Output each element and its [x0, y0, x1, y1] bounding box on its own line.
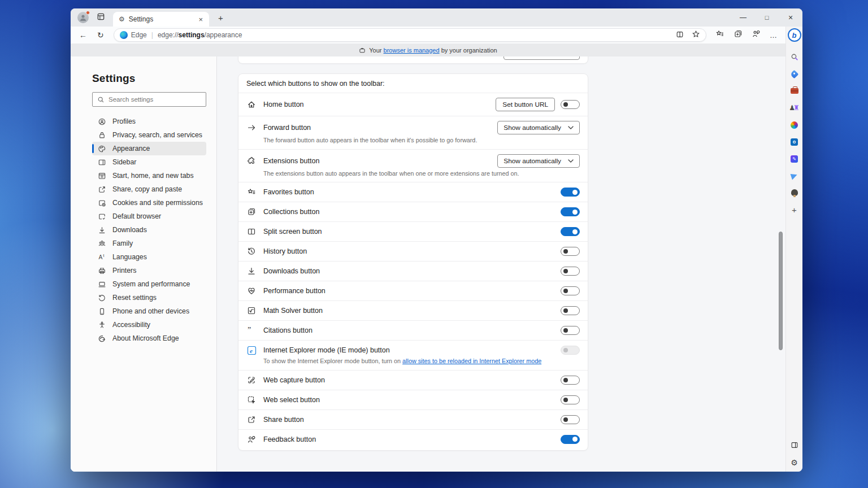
edge-logo-icon — [98, 334, 106, 343]
share-button-toggle[interactable] — [561, 415, 580, 424]
split-screen-button-row: Split screen button — [238, 221, 588, 241]
workspaces-icon[interactable] — [97, 12, 105, 23]
set-button-url-button[interactable]: Set button URL — [496, 98, 555, 111]
download-icon — [98, 226, 106, 234]
collections-button-toggle[interactable] — [561, 207, 580, 216]
add-favorite-star-icon[interactable] — [692, 30, 700, 40]
app-icon[interactable] — [786, 184, 802, 201]
sidenav-item-share-copy[interactable]: Share, copy and paste — [92, 182, 206, 196]
split-screen-icon[interactable] — [676, 30, 684, 40]
performance-button-toggle[interactable] — [561, 286, 580, 295]
games-icon[interactable]: ♟♜ — [786, 99, 802, 116]
sidenav-item-cookies[interactable]: Cookies and site permissions — [92, 196, 206, 210]
sidenav-item-appearance[interactable]: Appearance — [92, 142, 206, 155]
sidenav-item-languages[interactable]: At Languages — [92, 250, 206, 264]
sidebar-toggle-icon[interactable] — [791, 441, 798, 451]
browser-toolbar: ← ↻ Edge | edge://settings/appearance — [71, 27, 785, 43]
maximize-button[interactable]: □ — [755, 14, 779, 21]
collections-icon[interactable] — [734, 29, 743, 41]
home-button-toggle[interactable] — [561, 100, 580, 109]
search-input[interactable] — [108, 96, 193, 103]
edge-sidebar: b ♟♜ o ✎ + ⚙ — [785, 27, 802, 472]
sidenav-item-default-browser[interactable]: Default browser — [92, 210, 206, 223]
new-tab-button[interactable]: + — [215, 13, 227, 23]
shopping-icon[interactable] — [786, 66, 802, 82]
citations-button-row: ” Citations button — [238, 320, 588, 340]
tab-settings[interactable]: ⚙ Settings × — [113, 12, 209, 27]
favorites-bar-dropdown[interactable]: Only on new tabs — [504, 56, 580, 60]
math-solver-button-toggle[interactable] — [561, 306, 580, 315]
m365-icon[interactable] — [786, 116, 802, 133]
designer-icon[interactable]: ✎ — [786, 150, 802, 167]
managed-banner: Your browser is managed by your organiza… — [71, 43, 785, 56]
performance-button-row: Performance button — [238, 281, 588, 300]
favorites-button-toggle[interactable] — [561, 188, 580, 197]
add-to-sidebar-icon[interactable]: + — [786, 201, 802, 218]
row-description: The forward button auto appears in the t… — [263, 134, 580, 145]
sidenav-item-about[interactable]: About Microsoft Edge — [92, 332, 206, 345]
refresh-icon[interactable]: ↻ — [92, 30, 109, 40]
math-solver-icon — [246, 306, 257, 316]
web-capture-button-toggle[interactable] — [561, 376, 580, 385]
history-button-toggle[interactable] — [561, 247, 580, 256]
url-separator: | — [151, 31, 153, 39]
notification-dot-icon — [86, 11, 90, 15]
tab-close-icon[interactable]: × — [197, 15, 205, 24]
collections-button-row: Collections button — [238, 202, 588, 221]
favorites-icon — [246, 187, 257, 197]
sidenav-item-downloads[interactable]: Downloads — [92, 223, 206, 237]
minimize-button[interactable]: — — [731, 14, 755, 21]
favorites-icon[interactable] — [715, 29, 724, 41]
svg-text:”: ” — [248, 326, 251, 334]
back-icon[interactable]: ← — [74, 30, 92, 40]
share-icon — [98, 185, 106, 194]
tools-icon[interactable] — [786, 82, 802, 99]
sidenav-item-reset[interactable]: Reset settings — [92, 291, 206, 304]
settings-gear-icon[interactable]: ⚙ — [791, 458, 798, 467]
sidenav-item-family[interactable]: Family — [92, 237, 206, 250]
ie-mode-link[interactable]: allow sites to be reloaded in Internet E… — [402, 358, 541, 364]
citations-button-toggle[interactable] — [561, 326, 580, 335]
ie-mode-icon: e — [246, 345, 257, 355]
sidenav-item-profiles[interactable]: Profiles — [92, 115, 206, 128]
address-bar[interactable]: Edge | edge://settings/appearance — [114, 28, 706, 42]
sidenav-item-start-home[interactable]: Start, home, and new tabs — [92, 169, 206, 182]
printer-icon — [98, 267, 106, 275]
web-capture-button-row: Web capture button — [238, 370, 588, 390]
forward-button-dropdown[interactable]: Show automatically — [497, 121, 580, 134]
browser-window: ⚙ Settings × + — □ × ← ↻ Edge | edge://s… — [71, 8, 802, 472]
citations-icon: ” — [246, 325, 257, 336]
forward-button-row: Forward button Show automatically The fo… — [238, 116, 588, 149]
home-button-row: Home button Set button URL — [238, 93, 588, 116]
bing-chat-icon[interactable]: b — [788, 28, 801, 42]
ie-mode-button-row: e Internet Explorer mode (IE mode) butto… — [238, 340, 588, 370]
banner-managed-link[interactable]: browser is managed — [384, 47, 440, 54]
sidenav-item-phone[interactable]: Phone and other devices — [92, 304, 206, 318]
close-button[interactable]: × — [779, 13, 802, 22]
sidenav-item-printers[interactable]: Printers — [92, 264, 206, 277]
sidenav-item-system[interactable]: System and performance — [92, 277, 206, 291]
sidenav-item-sidebar[interactable]: Sidebar — [92, 155, 206, 169]
system-icon — [98, 280, 106, 289]
settings-search-box[interactable] — [92, 92, 206, 107]
profile-avatar[interactable] — [77, 12, 89, 23]
accessibility-icon — [98, 321, 106, 329]
sidenav-item-privacy[interactable]: Privacy, search, and services — [92, 128, 206, 142]
svg-text:A: A — [98, 254, 102, 260]
outlook-icon[interactable]: o — [786, 133, 802, 150]
default-browser-icon — [98, 212, 106, 221]
feedback-button-toggle[interactable] — [561, 435, 580, 444]
show-favorites-bar-row: Show favorites bar Only on new tabs — [238, 56, 588, 64]
downloads-button-toggle[interactable] — [561, 267, 580, 276]
page-scrollbar[interactable] — [779, 232, 783, 350]
settings-menu-icon[interactable]: … — [770, 31, 778, 40]
tab-gear-icon: ⚙ — [119, 15, 125, 23]
split-screen-button-toggle[interactable] — [561, 227, 580, 236]
extensions-button-dropdown[interactable]: Show automatically — [497, 154, 580, 168]
sidenav-item-accessibility[interactable]: Accessibility — [92, 318, 206, 332]
ie-mode-button-toggle — [561, 346, 580, 355]
drop-icon[interactable] — [786, 167, 802, 184]
web-select-button-toggle[interactable] — [561, 395, 580, 404]
search-icon[interactable] — [786, 49, 802, 66]
feedback-icon[interactable] — [752, 29, 761, 41]
